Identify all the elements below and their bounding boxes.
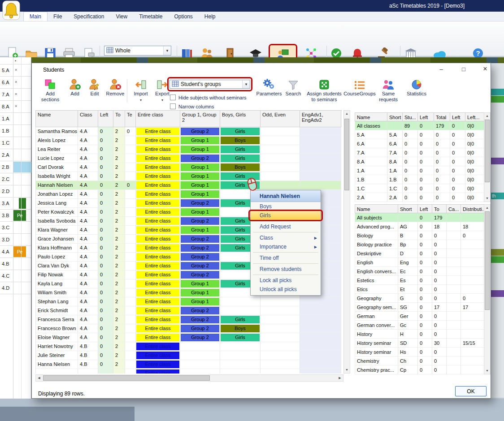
group-cell[interactable]	[180, 360, 220, 369]
odd-even-cell[interactable]	[261, 306, 300, 315]
scrollbar-thumb[interactable]	[485, 211, 490, 310]
entire-class-chip[interactable]: Entire class	[136, 226, 179, 234]
odd-even-cell[interactable]	[261, 342, 300, 351]
engadv-cell[interactable]	[300, 136, 341, 145]
menu-item[interactable]: Timetable	[133, 12, 168, 21]
menu-item[interactable]: Options	[168, 12, 198, 21]
group-chip[interactable]: Group 2	[181, 235, 219, 243]
engadv-cell[interactable]	[300, 324, 341, 333]
context-menu-item[interactable]	[253, 263, 318, 264]
gender-cell[interactable]	[220, 342, 261, 351]
student-row[interactable]: Samantha Ramos 4.A 0 2 0 Entire class Gr…	[36, 127, 342, 136]
group-chip[interactable]: Group 2	[181, 253, 219, 261]
group-chip[interactable]: Group 2	[181, 128, 219, 135]
group-chip[interactable]: Group 1	[181, 298, 219, 305]
context-menu-item[interactable]: Class ▶	[251, 233, 321, 242]
entire-class-cell[interactable]: Entire class	[136, 154, 180, 163]
odd-even-cell[interactable]	[261, 324, 300, 333]
odd-even-cell[interactable]	[261, 145, 300, 154]
assign-students-button[interactable]: Assign students to seminars	[305, 77, 343, 102]
engadv-cell[interactable]	[300, 145, 341, 154]
timetable-class-row[interactable]: •	[0, 57, 31, 64]
class-summary-row[interactable]: 6.A 6.A 0 0 0 0 0|0	[355, 139, 491, 148]
gender-cell[interactable]: Girls	[220, 333, 261, 342]
menu-item[interactable]: File	[48, 12, 68, 21]
context-menu-item[interactable]	[253, 252, 318, 253]
odd-even-cell[interactable]	[261, 333, 300, 342]
context-menu-item[interactable]: Girls	[251, 211, 321, 220]
group-cell[interactable]	[180, 351, 220, 360]
class-summary-row[interactable]: 1.C 1.C 0 0 0 0 0|0	[355, 184, 491, 193]
entire-class-chip[interactable]: Entire class	[136, 271, 179, 279]
column-header[interactable]: Left...	[465, 113, 484, 121]
add-student-button[interactable]: Add	[66, 77, 84, 97]
narrow-columns-checkbox[interactable]	[170, 103, 176, 109]
gender-cell[interactable]	[220, 369, 261, 374]
engadv-cell[interactable]	[300, 181, 341, 190]
timetable-class-row[interactable]: 4.A Pe	[0, 246, 31, 258]
entire-class-cell[interactable]: Entire class	[136, 235, 180, 244]
group-chip[interactable]: Group 1	[181, 163, 219, 171]
group-chip[interactable]: Group 1	[181, 137, 219, 144]
context-menu-item[interactable]: Remove students	[251, 265, 321, 274]
entire-class-chip[interactable]: Entire class	[136, 334, 179, 341]
group-cell[interactable]: Group 2	[180, 199, 220, 208]
scroll-up-icon[interactable]	[484, 113, 490, 119]
group-cell[interactable]: Group 1	[180, 297, 220, 306]
subject-summary-row[interactable]: Geography sem... SG 0 17 17	[355, 303, 491, 312]
column-header[interactable]: Group 1, Group 2	[180, 111, 220, 127]
entire-class-cell[interactable]: Entire class	[136, 127, 180, 136]
group-cell[interactable]: Group 1	[180, 181, 220, 190]
group-cell[interactable]	[180, 369, 220, 374]
gender-cell[interactable]	[220, 297, 261, 306]
gender-cell[interactable]: Girls	[220, 315, 261, 324]
student-row[interactable]: Alexis Lopez 4.A 0 2 Entire class Group …	[36, 136, 342, 145]
group-chip[interactable]: Group 1	[181, 208, 219, 216]
entire-class-chip[interactable]: Entire class	[136, 307, 179, 314]
column-header[interactable]: To	[432, 205, 447, 213]
entire-class-chip[interactable]: Entire class	[136, 137, 179, 144]
student-row[interactable]: Erick Schmidt 4.A 0 2 Entire class Group…	[36, 306, 342, 315]
chevron-down-icon[interactable]	[140, 97, 142, 103]
statistics-button[interactable]: Statistics	[403, 77, 430, 97]
column-header[interactable]: Left	[418, 113, 434, 121]
group-chip[interactable]: Group 1	[181, 172, 219, 180]
student-row[interactable]: Eloise Wagner 4.A 0 2 Entire class Group…	[36, 333, 342, 342]
entire-class-cell[interactable]: Entire class	[136, 190, 180, 199]
engadv-cell[interactable]	[300, 127, 341, 136]
entire-class-cell[interactable]: Entire class	[136, 253, 180, 262]
odd-even-cell[interactable]	[261, 351, 300, 360]
timetable-class-row[interactable]: 6.A ×	[0, 77, 31, 89]
odd-even-cell[interactable]	[261, 172, 300, 181]
gender-cell[interactable]	[220, 360, 261, 369]
group-chip[interactable]: Group 1	[181, 146, 219, 153]
gender-chip[interactable]: Girls	[221, 155, 260, 162]
gender-cell[interactable]	[220, 306, 261, 315]
context-menu-item[interactable]	[253, 275, 318, 275]
scroll-right-icon[interactable]	[337, 375, 343, 381]
student-row[interactable]: Harriet Nowotny 4.B 0 2 Entire class	[36, 342, 342, 351]
group-cell[interactable]: Group 1	[180, 136, 220, 145]
group-cell[interactable]: Group 2	[180, 333, 220, 342]
group-cell[interactable]: Group 2	[180, 127, 220, 136]
engadv-cell[interactable]	[300, 163, 341, 172]
engadv-cell[interactable]	[300, 297, 341, 306]
timetable-class-row[interactable]: 4.B	[0, 258, 31, 270]
classes-vertical-scrollbar[interactable]	[484, 112, 491, 202]
column-header[interactable]: Total	[434, 113, 450, 121]
student-row[interactable]: Entire class	[36, 369, 342, 374]
scroll-up-icon[interactable]	[484, 205, 490, 211]
gender-cell[interactable]: Girls	[220, 127, 261, 136]
group-cell[interactable]: Group 2	[180, 262, 220, 271]
entire-class-cell[interactable]: Entire class	[136, 181, 180, 190]
subject-summary-row[interactable]: Etics Et 0 0	[355, 285, 491, 294]
student-row[interactable]: Carl Dvorak 4.A 0 2 Entire class Group 1…	[36, 163, 342, 172]
odd-even-cell[interactable]	[261, 297, 300, 306]
entire-class-cell[interactable]: Entire class	[136, 163, 180, 172]
chevron-down-icon[interactable]	[242, 80, 250, 88]
group-chip[interactable]: Group 2	[181, 307, 219, 314]
entire-class-chip[interactable]: Entire class	[136, 361, 179, 368]
timetable-class-row[interactable]: 2.B	[0, 161, 31, 173]
menu-item[interactable]: View	[110, 12, 133, 21]
same-requests-button[interactable]: Same requests	[375, 77, 401, 102]
